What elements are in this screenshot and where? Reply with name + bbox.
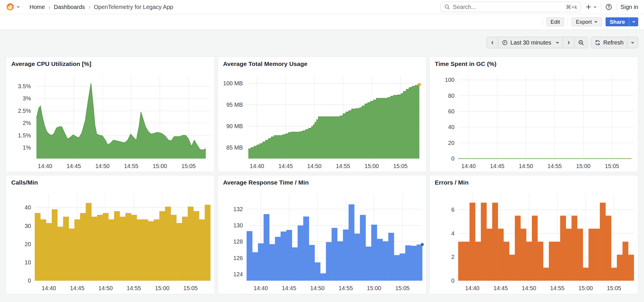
time-controls: Last 30 minutes Refresh [0,37,644,48]
svg-text:14:55: 14:55 [550,285,565,291]
search-input[interactable] [453,4,563,10]
panel-errors-per-min: Errors / Min 14:4014:4514:5014:5515:0015… [429,175,638,294]
svg-text:14:40: 14:40 [42,285,56,291]
panel-title[interactable]: Average Response Time / Min [218,175,426,189]
panel-memory-usage: Average Total Memory Usage 14:4014:4514:… [218,56,427,172]
top-nav: Home › Dashboards › OpenTelemetry for Le… [0,0,644,14]
panel-title[interactable]: Average Total Memory Usage [218,57,426,71]
plus-icon [585,3,592,10]
breadcrumb-current-dashboard: OpenTelemetry for Legacy App [94,4,173,10]
time-shift-forward-button[interactable] [563,37,574,48]
divider [568,19,568,25]
svg-text:15:00: 15:00 [155,285,169,291]
svg-text:80: 80 [448,93,455,99]
svg-text:14:45: 14:45 [494,285,508,291]
svg-text:6: 6 [451,207,455,213]
share-button[interactable]: Share [606,17,629,26]
svg-text:14:40: 14:40 [250,163,264,169]
svg-text:15:00: 15:00 [579,285,593,291]
cpu-utilization-chart[interactable]: 14:4014:4514:5014:5515:0015:051%1.5%2%2.… [6,71,214,172]
svg-text:14:45: 14:45 [66,163,81,169]
svg-text:14:40: 14:40 [461,163,476,169]
add-new-button[interactable] [585,3,597,10]
svg-text:30: 30 [25,223,31,229]
help-button[interactable] [605,3,612,10]
export-button[interactable]: Export [571,17,602,26]
panel-title[interactable]: Calls/Min [6,175,214,189]
search-shortcut: ⌘+k [566,4,577,10]
svg-text:40: 40 [448,124,455,130]
breadcrumb-home[interactable]: Home [29,4,45,10]
memory-usage-chart[interactable]: 14:4014:4514:5014:5515:0015:0585 MB90 MB… [218,71,426,172]
svg-text:2.5%: 2.5% [18,108,31,114]
svg-text:0: 0 [451,277,455,284]
zoom-out-icon [578,40,584,46]
time-range-picker[interactable]: Last 30 minutes [498,37,563,48]
chevron-down-icon [632,20,636,24]
svg-text:14:55: 14:55 [336,163,350,169]
svg-text:128: 128 [233,238,243,245]
svg-text:0: 0 [28,277,31,284]
panel-cpu-utilization: Average CPU Utilization [%] 14:4014:4514… [6,56,215,172]
chevron-down-icon [631,41,634,45]
svg-text:14:55: 14:55 [127,285,141,291]
response-time-chart[interactable]: 14:4014:4514:5014:5515:0015:051241261281… [218,189,426,294]
breadcrumb-separator: › [88,4,90,10]
panel-title[interactable]: Average CPU Utilization [%] [6,57,214,71]
chevron-down-icon [594,20,598,24]
panel-title[interactable]: Time Spent in GC (%) [430,57,638,71]
calls-per-min-chart[interactable]: 14:4014:4514:5014:5515:0015:05010203040 [6,189,214,294]
svg-text:126: 126 [233,255,243,261]
chevron-down-icon [556,41,559,45]
clock-icon [502,40,508,46]
svg-text:14:40: 14:40 [38,163,52,169]
svg-text:60: 60 [448,108,455,115]
gc-time-chart[interactable]: 14:4014:4514:5014:5515:0015:050204060801… [430,71,638,172]
svg-text:10: 10 [25,259,31,266]
panel-title[interactable]: Errors / Min [430,175,638,189]
svg-text:2%: 2% [23,120,31,126]
breadcrumb-separator: › [48,4,50,10]
svg-text:95 MB: 95 MB [226,102,243,108]
zoom-out-time-button[interactable] [574,37,588,48]
svg-text:14:45: 14:45 [70,285,84,291]
breadcrumb: Home › Dashboards › OpenTelemetry for Le… [29,4,173,10]
refresh-button[interactable]: Refresh [591,37,627,48]
divider [601,3,601,10]
help-icon [605,3,612,10]
svg-text:1.5%: 1.5% [18,132,31,139]
panel-calls-per-min: Calls/Min 14:4014:4514:5014:5515:0015:05… [6,175,215,294]
refresh-icon [595,40,601,46]
edit-button[interactable]: Edit [546,17,565,26]
chevron-down-icon [593,5,597,9]
search-icon [444,4,450,10]
svg-text:14:55: 14:55 [124,163,138,169]
errors-per-min-chart[interactable]: 14:4014:4514:5014:5515:0015:050246 [430,189,638,294]
svg-text:3%: 3% [23,95,31,102]
svg-text:15:05: 15:05 [393,163,408,169]
svg-text:100 MB: 100 MB [223,80,243,86]
org-switcher[interactable] [6,3,20,11]
svg-text:15:05: 15:05 [182,163,196,169]
sign-in-button[interactable]: Sign in [621,4,638,10]
share-menu-button[interactable] [629,17,638,26]
time-shift-back-button[interactable] [487,37,498,48]
svg-text:14:40: 14:40 [465,285,480,291]
svg-text:15:00: 15:00 [367,285,381,291]
breadcrumb-dashboards[interactable]: Dashboards [54,4,85,10]
dashboard-content: Average CPU Utilization [%] 14:4014:4514… [0,56,644,294]
search-box[interactable]: ⌘+k [441,2,581,12]
chevron-down-icon [16,5,20,9]
svg-text:15:00: 15:00 [364,163,379,169]
nav-left: Home › Dashboards › OpenTelemetry for Le… [6,3,173,11]
panel-gc-time: Time Spent in GC (%) 14:4014:4514:5014:5… [429,56,638,172]
svg-text:15:00: 15:00 [153,163,167,169]
svg-text:14:50: 14:50 [95,163,110,169]
svg-text:15:05: 15:05 [395,285,410,291]
svg-text:15:05: 15:05 [605,163,619,169]
svg-text:15:05: 15:05 [183,285,198,291]
svg-text:20: 20 [448,140,455,146]
refresh-interval-button[interactable] [627,37,638,48]
svg-text:100: 100 [445,77,455,83]
svg-text:2: 2 [451,254,455,260]
